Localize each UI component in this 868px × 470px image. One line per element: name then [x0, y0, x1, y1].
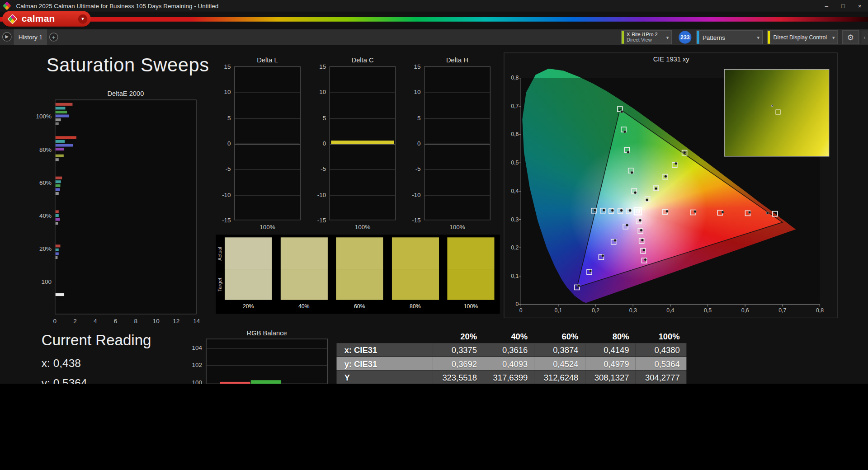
- delta-bar: [331, 141, 394, 144]
- measured-dot-magenta: [639, 219, 642, 222]
- table-cell: 0,4380: [636, 343, 686, 356]
- measured-dot-green: [623, 131, 626, 133]
- panel-collapse-button[interactable]: ‹: [861, 30, 868, 44]
- gridline: [207, 348, 327, 348]
- delta-y-label: 0: [216, 140, 231, 147]
- tab-history-1[interactable]: History 1: [14, 29, 47, 45]
- gridline: [425, 93, 490, 93]
- table-cell: 0,4979: [585, 357, 636, 370]
- table-cell: 0,3874: [534, 343, 585, 356]
- gridline: [235, 195, 300, 196]
- cie-x-label: 0,1: [550, 307, 567, 313]
- measured-dot-cyan: [611, 209, 614, 212]
- calman-menu-button[interactable]: calman ▾: [2, 11, 91, 26]
- measured-dot-magenta: [644, 258, 647, 261]
- table-cell: 323,5518: [433, 371, 484, 384]
- swatch-target: [447, 269, 494, 300]
- calman-logo-icon: [7, 14, 18, 24]
- table-cell: 0,4524: [534, 357, 585, 370]
- cie-y-label: 0,6: [505, 131, 519, 137]
- meter-name: X-Rite i1Pro 2: [627, 32, 658, 38]
- gridline: [425, 195, 490, 196]
- deltae-2000-chart: DeltaE 2000 100%80%60%40%20%100024681012…: [30, 89, 213, 327]
- reading-x: x: 0,438: [42, 357, 185, 370]
- swatch-target: [336, 269, 383, 300]
- inset-measured-dot: [771, 104, 774, 107]
- swatch-label: 100%: [447, 303, 494, 309]
- table-cell: 0,3375: [433, 343, 484, 356]
- cie-1931-panel: CIE 1931 xy 00,10,20,30,40,50,60,70,800,…: [504, 52, 837, 318]
- patterns-dropdown[interactable]: Patterns ▾: [696, 30, 763, 44]
- maximize-button[interactable]: □: [835, 0, 852, 12]
- swatch-actual: [392, 237, 439, 269]
- minimize-button[interactable]: –: [818, 0, 835, 12]
- deltae-bar: [55, 107, 65, 109]
- delta-c-chart: Delta C 151050-5-10-15100%: [311, 55, 402, 232]
- swatch-actual: [280, 237, 327, 269]
- delta-x-label: 100%: [234, 224, 301, 230]
- table-row-label: Y: [336, 371, 433, 384]
- deltae-bar: [55, 180, 61, 183]
- table-row: y: CIE310,36920,40930,45240,49790,5364: [336, 357, 686, 371]
- rgb-bar-green: [251, 380, 281, 384]
- deltae-bar: [55, 144, 73, 147]
- delta-h-chart: Delta H 151050-5-10-15100%: [406, 55, 497, 232]
- window-title: Calman 2025 Calman Ultimate for Business…: [16, 3, 219, 9]
- deltae-y-label: 40%: [30, 212, 52, 219]
- deltae-bar: [55, 218, 60, 221]
- cie-y-label: 0: [505, 301, 519, 307]
- delta-c-title: Delta C: [330, 56, 396, 64]
- deltae-x-tick: 12: [170, 318, 183, 324]
- gridline: [425, 118, 490, 119]
- selected-point-outer: [634, 208, 642, 215]
- deltae-bar: [55, 103, 72, 106]
- delta-bar: [426, 143, 489, 144]
- measured-dot-blue: [589, 270, 592, 273]
- gridline: [330, 169, 395, 170]
- delta-y-label: 5: [406, 114, 421, 121]
- rgb-chart-title: RGB Balance: [206, 329, 328, 337]
- deltae-x-tick: 10: [149, 318, 162, 324]
- delta-y-label: -15: [406, 217, 421, 224]
- current-reading-panel: Current Reading x: 0,438 y: 0,5364 fL: 8…: [42, 332, 185, 384]
- rgb-y-label: 102: [183, 362, 202, 368]
- measured-dot-blue: [614, 239, 617, 242]
- table-header-cell: 60%: [534, 329, 585, 343]
- deltae-y-label: 80%: [30, 146, 52, 153]
- cie-zoom-inset: [724, 69, 830, 156]
- measured-dot-green: [634, 191, 637, 194]
- cie-y-label: 0,2: [505, 244, 519, 250]
- table-row-label: y: CIE31: [336, 357, 433, 370]
- close-button[interactable]: ×: [851, 0, 868, 12]
- calman-app: Calman 2025 Calman Ultimate for Business…: [0, 0, 868, 384]
- settings-button[interactable]: ⚙: [842, 30, 859, 44]
- table-row: x: CIE310,33750,36160,38740,41490,4380: [336, 343, 686, 357]
- deltae-x-tick: 0: [48, 318, 61, 324]
- meter-dropdown[interactable]: X-Rite i1Pro 2 Direct View ▾: [621, 30, 672, 44]
- meter-status-bar: [622, 31, 624, 44]
- gridline: [235, 144, 300, 144]
- deltae-y-label: 100: [30, 278, 52, 285]
- gridline: [330, 144, 395, 144]
- patterns-label: Patterns: [703, 34, 725, 41]
- add-tab-button[interactable]: +: [49, 33, 58, 42]
- display-control-dropdown[interactable]: Direct Display Control ▾: [767, 30, 838, 44]
- measured-dot-green: [631, 171, 633, 174]
- menu-caret-icon[interactable]: ▾: [78, 14, 88, 24]
- delta-y-label: -10: [311, 191, 326, 198]
- measured-dot-yellow: [675, 162, 677, 165]
- gridline: [235, 118, 300, 119]
- deltae-bar: [55, 122, 58, 125]
- measured-dot-cyan: [594, 209, 596, 212]
- meter-text: X-Rite i1Pro 2 Direct View: [627, 32, 658, 42]
- delta-x-label: 100%: [424, 224, 491, 230]
- delta-y-label: 10: [406, 89, 421, 95]
- tab-scroll-button[interactable]: ▶: [2, 32, 12, 42]
- deltae-x-tick: 4: [89, 318, 102, 324]
- gridline: [330, 118, 395, 119]
- chevron-down-icon: ▾: [754, 35, 762, 40]
- delta-y-label: -5: [216, 165, 231, 172]
- gridline: [207, 366, 327, 366]
- deltae-plot: [55, 99, 196, 314]
- delta-y-label: -10: [216, 191, 231, 198]
